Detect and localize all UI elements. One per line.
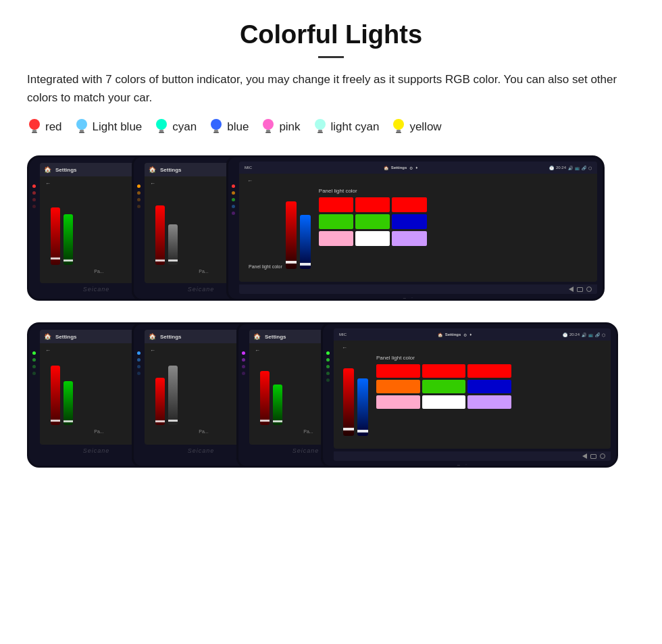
- svg-point-6: [156, 119, 167, 130]
- bottom-device-row: 🏠 Settings ← Pa...: [27, 322, 635, 474]
- panel-color-title-top: Panel light color: [249, 264, 282, 269]
- svg-rect-2: [32, 132, 37, 133]
- device-top-3-settings: Settings: [391, 166, 407, 170]
- svg-rect-10: [214, 130, 218, 132]
- color-label-yellow: yellow: [409, 120, 441, 134]
- svg-rect-14: [265, 132, 271, 133]
- bulb-icon-yellow: [391, 118, 406, 137]
- svg-point-0: [29, 119, 40, 130]
- svg-rect-4: [80, 130, 84, 132]
- bulb-icon-red: [27, 118, 42, 137]
- bulb-icon-blue: [209, 118, 224, 137]
- svg-rect-7: [159, 130, 163, 132]
- bulb-icon-lightcyan: [313, 118, 328, 137]
- color-label-red: red: [45, 120, 62, 134]
- device-bot-1-settings: Settings: [55, 334, 77, 340]
- color-item-lightblue: Light blue: [74, 118, 143, 137]
- svg-point-12: [263, 119, 274, 130]
- page-title: Colorful Lights: [27, 20, 635, 49]
- color-label-blue: blue: [227, 120, 249, 134]
- color-item-pink: pink: [261, 118, 300, 137]
- bulb-icon-lightblue: [74, 118, 89, 137]
- svg-rect-5: [79, 132, 84, 133]
- svg-point-3: [76, 119, 87, 130]
- device-bot-4-watermark: Seicane: [323, 464, 616, 468]
- device-bot-3-settings: Settings: [265, 334, 286, 340]
- top-device-row: 🏠 Settings ←: [27, 155, 635, 307]
- color-item-red: red: [27, 118, 62, 137]
- color-label-lightblue: Light blue: [93, 120, 143, 134]
- svg-rect-17: [317, 132, 323, 133]
- color-item-lightcyan: light cyan: [313, 118, 380, 137]
- svg-point-15: [315, 119, 326, 130]
- svg-rect-20: [396, 132, 401, 133]
- description: Integrated with 7 colors of button indic…: [27, 70, 635, 107]
- svg-rect-8: [159, 132, 164, 133]
- color-label-cyan: cyan: [172, 120, 197, 134]
- color-label-pink: pink: [279, 120, 300, 134]
- device-bot-2-settings: Settings: [160, 334, 182, 340]
- panel-light-label-top: Panel light color: [319, 188, 588, 194]
- bulb-icon-pink: [261, 118, 276, 137]
- color-item-yellow: yellow: [391, 118, 441, 137]
- color-item-blue: blue: [209, 118, 249, 137]
- svg-rect-1: [32, 130, 36, 132]
- device-bot-4: MIC 🏠 Settings ⚙ ♦ 🕙20:24 🔊📺🔗⬡: [321, 322, 618, 468]
- svg-rect-16: [318, 130, 322, 132]
- color-indicators-row: red Light blue cyan: [27, 118, 635, 137]
- device-top-3: MIC 🏠 Settings ⚙ ♦ 🕙20:24 🔊📺🔗⬡: [226, 155, 605, 301]
- bottom-device-cluster: 🏠 Settings ← Pa...: [27, 322, 635, 474]
- device-bot-4-settings: Settings: [445, 332, 461, 337]
- bulb-icon-cyan: [154, 118, 169, 137]
- svg-rect-13: [266, 130, 270, 132]
- svg-point-9: [211, 119, 222, 130]
- device-top-2-settings: Settings: [160, 167, 182, 173]
- page-wrapper: Colorful Lights Integrated with 7 colors…: [0, 0, 662, 516]
- device-top-1-settings: Settings: [55, 167, 77, 173]
- svg-rect-19: [397, 130, 401, 132]
- svg-rect-11: [213, 132, 219, 133]
- header-divider: [318, 56, 344, 58]
- header: Colorful Lights: [27, 20, 635, 58]
- color-label-lightcyan: light cyan: [331, 120, 380, 134]
- panel-light-label-bot: Panel light color: [376, 355, 601, 361]
- device-top-3-watermark: Seicane: [228, 297, 603, 301]
- color-item-cyan: cyan: [154, 118, 197, 137]
- top-device-cluster: 🏠 Settings ←: [27, 155, 635, 307]
- svg-point-18: [393, 119, 404, 130]
